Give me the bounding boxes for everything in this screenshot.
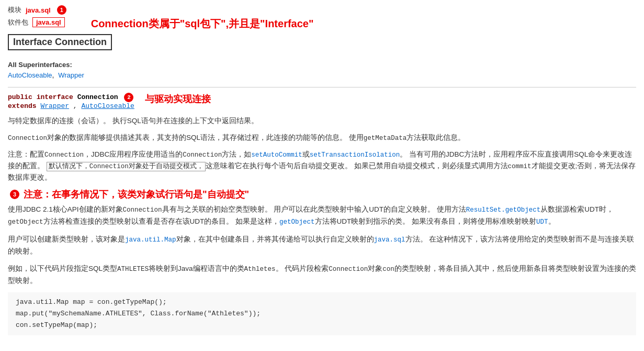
package-row: 软件包 java.sql — [8, 17, 65, 27]
package-label: 软件包 — [8, 18, 28, 27]
annotation-2-text: 与驱动实现连接 — [145, 93, 211, 105]
connection-note-1: Connection — [44, 151, 84, 159]
badge-3: 3 — [10, 190, 19, 199]
code-line-3: con.setTypeMap(map); — [16, 320, 628, 331]
resultset-getobject-link[interactable]: ResultSet.getObject — [466, 206, 541, 214]
kw-extends: extends — [8, 102, 37, 110]
note-para-text: 注意：配置Connection，JDBC应用程序应使用适当的Connection… — [8, 149, 636, 183]
commit-code: commit — [508, 163, 532, 170]
wrapper-link[interactable]: Wrapper — [58, 71, 84, 79]
module-row: 模块 java.sql 1 — [8, 5, 636, 15]
udt-link[interactable]: UDT — [536, 218, 548, 226]
autocloseable-link[interactable]: AutoCloseable — [8, 71, 52, 79]
javasql-link[interactable]: java.sql — [374, 236, 405, 244]
divider-1 — [8, 87, 636, 87]
connection-con-code: Connection — [329, 266, 368, 273]
desc-1: 与特定数据库的连接（会话）。 执行SQL语句并在连接的上下文中返回结果。 — [8, 115, 636, 127]
setautocommit-link[interactable]: setAutoCommit — [251, 151, 302, 159]
user-para: 用户可以创建新类型映射，该对象是java.util.Map对象，在其中创建条目，… — [8, 234, 636, 258]
page-title: Interface Connection — [8, 34, 112, 50]
superinterfaces-label: All Superinterfaces: — [8, 61, 636, 69]
getobject-code: getObject — [8, 218, 43, 226]
module-label: 模块 — [8, 5, 21, 15]
desc-1-text: 与特定数据库的连接（会话）。 执行SQL语句并在连接的上下文中返回结果。 — [8, 115, 636, 127]
interface-declaration-row: public interface Connection 2 extends Wr… — [8, 93, 636, 110]
connection-udts: Connection — [123, 206, 162, 214]
map-link[interactable]: java.util.Map — [125, 236, 176, 244]
settransaction-link[interactable]: setTransactionIsolation — [310, 151, 400, 159]
athletes-class-code: Athletes — [244, 266, 276, 273]
kw-public: public — [8, 93, 32, 101]
example-para: 例如，以下代码片段指定SQL类型ATHLETES将映射到Java编程语言中的类A… — [8, 263, 636, 287]
kw-interface: interface — [37, 93, 73, 101]
desc-2-text: Connection对象的数据库能够提供描述其表，其支持的SQL语法，其存储过程… — [8, 132, 636, 144]
connection-code-1: Connection — [8, 135, 47, 142]
connection-note-2: Connection — [183, 151, 222, 159]
annotation-3-row: 3 注意：在事务情况下，该类对象试行语句是"自动提交" — [8, 188, 636, 201]
annotation-3-text: 注意：在事务情况下，该类对象试行语句是"自动提交" — [24, 188, 249, 201]
badge-2: 2 — [124, 93, 133, 102]
interface-name: Connection — [77, 93, 118, 101]
wrapper-extends-link[interactable]: Wrapper — [40, 102, 69, 110]
udts-para: 使用JDBC 2.1核心API创建的新对象Connection具有与之关联的初始… — [8, 204, 636, 228]
module-value: java.sql — [26, 6, 51, 14]
main-annotation: Connection类属于"sql包下",并且是"Interface" — [91, 17, 314, 31]
superinterfaces-section: All Superinterfaces: AutoCloseable, Wrap… — [8, 61, 636, 79]
code-line-1: java.util.Map map = con.getTypeMap(); — [16, 297, 628, 308]
interface-line1: public interface Connection 2 — [8, 93, 134, 102]
highlight-box: 默认情况下，Connection对象处于自动提交模式， — [47, 162, 206, 171]
desc-2: Connection对象的数据库能够提供描述其表，其支持的SQL语法，其存储过程… — [8, 132, 636, 144]
getobject-link[interactable]: getObject — [279, 218, 315, 226]
superinterfaces-links: AutoCloseable, Wrapper — [8, 71, 636, 79]
getmetadata-code: getMetaData — [364, 135, 407, 142]
note-para: 注意：配置Connection，JDBC应用程序应使用适当的Connection… — [8, 149, 636, 183]
interface-line2: extends Wrapper , AutoCloseable — [8, 102, 134, 110]
code-sample: java.util.Map map = con.getTypeMap(); ma… — [8, 292, 636, 335]
code-line-2: map.put("mySchemaName.ATHLETES", Class.f… — [16, 308, 628, 320]
con-code: con — [382, 266, 394, 273]
athletes-code: ATHLETES — [117, 266, 149, 273]
interface-declaration-block: public interface Connection 2 extends Wr… — [8, 93, 134, 110]
autocloseable-extends-link[interactable]: AutoCloseable — [81, 102, 134, 110]
package-value: java.sql — [32, 17, 65, 27]
badge-1: 1 — [57, 5, 66, 15]
